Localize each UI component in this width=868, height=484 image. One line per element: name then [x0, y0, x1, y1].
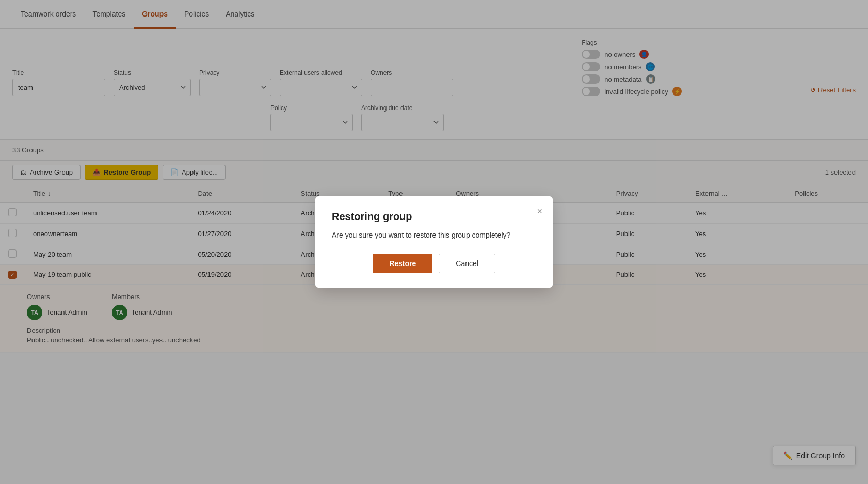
modal-cancel-button[interactable]: Cancel [439, 254, 495, 273]
modal-body: Are you sure you want to restore this gr… [332, 231, 536, 239]
modal-overlay[interactable]: × Restoring group Are you sure you want … [0, 0, 868, 484]
modal-close-button[interactable]: × [535, 205, 544, 218]
modal-title: Restoring group [332, 211, 536, 223]
modal-restore-button[interactable]: Restore [373, 254, 432, 273]
modal-actions: Restore Cancel [332, 254, 536, 273]
restore-modal: × Restoring group Are you sure you want … [315, 196, 553, 288]
